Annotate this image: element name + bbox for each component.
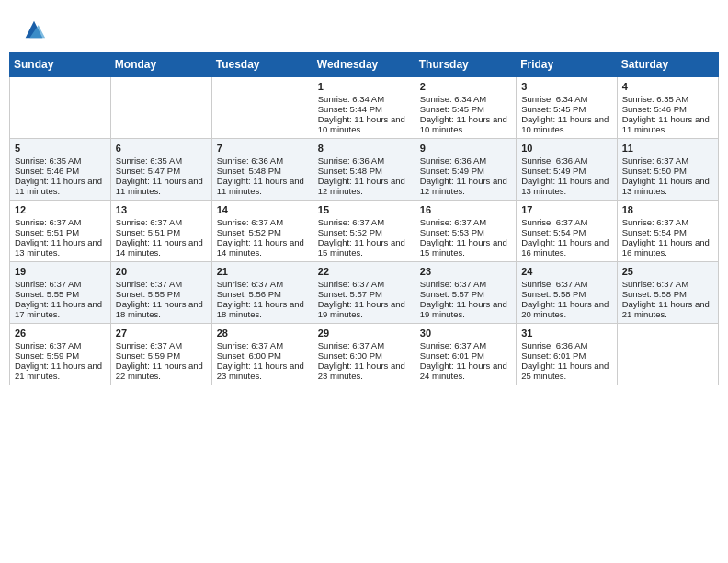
- day-cell: 20Sunrise: 6:37 AMSunset: 5:55 PMDayligh…: [110, 262, 211, 324]
- day-cell: 25Sunrise: 6:37 AMSunset: 5:58 PMDayligh…: [617, 262, 718, 324]
- sunrise-text: Sunrise: 6:36 AM: [217, 155, 283, 166]
- day-number: 29: [318, 327, 410, 339]
- daylight-text: Daylight: 11 hours and 21 minutes.: [15, 361, 102, 381]
- day-cell: 11Sunrise: 6:37 AMSunset: 5:50 PMDayligh…: [617, 139, 718, 201]
- day-cell: [110, 77, 211, 139]
- page-header: [9, 9, 719, 48]
- daylight-text: Daylight: 11 hours and 16 minutes.: [521, 237, 609, 258]
- weekday-header-thursday: Thursday: [415, 52, 516, 77]
- day-number: 1: [318, 81, 410, 92]
- day-number: 9: [420, 143, 511, 154]
- day-number: 14: [217, 204, 308, 215]
- daylight-text: Daylight: 11 hours and 10 minutes.: [521, 114, 609, 134]
- day-number: 26: [15, 327, 106, 339]
- day-cell: [617, 324, 718, 385]
- day-number: 15: [318, 204, 410, 215]
- daylight-text: Daylight: 11 hours and 21 minutes.: [622, 299, 710, 319]
- sunset-text: Sunset: 5:59 PM: [15, 350, 79, 361]
- day-number: 17: [521, 204, 612, 215]
- day-cell: 15Sunrise: 6:37 AMSunset: 5:52 PMDayligh…: [313, 201, 415, 262]
- weekday-header-sunday: Sunday: [10, 52, 111, 77]
- day-number: 19: [15, 266, 106, 277]
- sunrise-text: Sunrise: 6:37 AM: [318, 340, 384, 350]
- sunrise-text: Sunrise: 6:37 AM: [116, 217, 182, 227]
- sunrise-text: Sunrise: 6:37 AM: [420, 340, 486, 350]
- day-number: 23: [420, 266, 511, 277]
- day-number: 27: [116, 327, 207, 339]
- day-number: 21: [217, 266, 308, 277]
- sunset-text: Sunset: 6:01 PM: [521, 350, 586, 361]
- daylight-text: Daylight: 11 hours and 19 minutes.: [420, 299, 507, 319]
- sunrise-text: Sunrise: 6:37 AM: [622, 217, 688, 227]
- sunset-text: Sunset: 5:46 PM: [15, 166, 79, 176]
- day-number: 18: [622, 204, 713, 215]
- day-cell: 3Sunrise: 6:34 AMSunset: 5:45 PMDaylight…: [517, 77, 618, 139]
- sunset-text: Sunset: 5:51 PM: [15, 227, 79, 237]
- daylight-text: Daylight: 11 hours and 23 minutes.: [318, 361, 405, 381]
- day-number: 5: [15, 143, 106, 154]
- day-cell: 6Sunrise: 6:35 AMSunset: 5:47 PMDaylight…: [110, 139, 211, 201]
- sunrise-text: Sunrise: 6:37 AM: [420, 279, 486, 289]
- day-number: 12: [15, 204, 106, 215]
- sunrise-text: Sunrise: 6:37 AM: [15, 217, 81, 227]
- daylight-text: Daylight: 11 hours and 12 minutes.: [318, 176, 405, 196]
- day-number: 16: [420, 204, 511, 215]
- weekday-header-friday: Friday: [517, 52, 618, 77]
- daylight-text: Daylight: 11 hours and 13 minutes.: [15, 237, 102, 258]
- weekday-header-monday: Monday: [110, 52, 211, 77]
- day-number: 22: [318, 266, 410, 277]
- daylight-text: Daylight: 11 hours and 11 minutes.: [622, 114, 710, 134]
- day-number: 4: [622, 81, 713, 92]
- day-number: 8: [318, 143, 410, 154]
- sunset-text: Sunset: 5:57 PM: [318, 289, 382, 299]
- day-number: 24: [521, 266, 612, 277]
- sunrise-text: Sunrise: 6:37 AM: [622, 279, 688, 289]
- logo-icon: [21, 17, 47, 42]
- sunset-text: Sunset: 6:01 PM: [420, 350, 484, 361]
- sunset-text: Sunset: 6:00 PM: [318, 350, 382, 361]
- sunrise-text: Sunrise: 6:34 AM: [521, 94, 587, 104]
- sunrise-text: Sunrise: 6:37 AM: [217, 340, 283, 350]
- sunset-text: Sunset: 5:51 PM: [116, 227, 180, 237]
- sunrise-text: Sunrise: 6:37 AM: [15, 340, 81, 350]
- daylight-text: Daylight: 11 hours and 14 minutes.: [217, 237, 304, 258]
- sunrise-text: Sunrise: 6:37 AM: [318, 279, 384, 289]
- day-number: 25: [622, 266, 713, 277]
- daylight-text: Daylight: 11 hours and 15 minutes.: [318, 237, 405, 258]
- sunset-text: Sunset: 5:59 PM: [116, 350, 180, 361]
- day-number: 3: [521, 81, 612, 92]
- day-cell: 19Sunrise: 6:37 AMSunset: 5:55 PMDayligh…: [10, 262, 111, 324]
- sunset-text: Sunset: 5:46 PM: [622, 104, 687, 114]
- sunrise-text: Sunrise: 6:37 AM: [622, 155, 688, 166]
- daylight-text: Daylight: 11 hours and 18 minutes.: [116, 299, 203, 319]
- daylight-text: Daylight: 11 hours and 13 minutes.: [622, 176, 710, 196]
- day-cell: 18Sunrise: 6:37 AMSunset: 5:54 PMDayligh…: [617, 201, 718, 262]
- daylight-text: Daylight: 11 hours and 20 minutes.: [521, 299, 609, 319]
- week-row-5: 26Sunrise: 6:37 AMSunset: 5:59 PMDayligh…: [10, 324, 719, 385]
- day-cell: 17Sunrise: 6:37 AMSunset: 5:54 PMDayligh…: [517, 201, 618, 262]
- sunset-text: Sunset: 5:52 PM: [318, 227, 382, 237]
- week-row-2: 5Sunrise: 6:35 AMSunset: 5:46 PMDaylight…: [10, 139, 719, 201]
- sunset-text: Sunset: 5:58 PM: [622, 289, 687, 299]
- sunrise-text: Sunrise: 6:35 AM: [15, 155, 81, 166]
- sunset-text: Sunset: 5:55 PM: [15, 289, 79, 299]
- sunrise-text: Sunrise: 6:37 AM: [217, 279, 283, 289]
- day-cell: 8Sunrise: 6:36 AMSunset: 5:48 PMDaylight…: [313, 139, 415, 201]
- daylight-text: Daylight: 11 hours and 14 minutes.: [116, 237, 203, 258]
- sunset-text: Sunset: 5:54 PM: [622, 227, 687, 237]
- sunset-text: Sunset: 5:45 PM: [420, 104, 484, 114]
- day-cell: 14Sunrise: 6:37 AMSunset: 5:52 PMDayligh…: [211, 201, 313, 262]
- sunrise-text: Sunrise: 6:34 AM: [318, 94, 384, 104]
- day-cell: 7Sunrise: 6:36 AMSunset: 5:48 PMDaylight…: [211, 139, 313, 201]
- day-number: 11: [622, 143, 713, 154]
- daylight-text: Daylight: 11 hours and 10 minutes.: [420, 114, 507, 134]
- daylight-text: Daylight: 11 hours and 25 minutes.: [521, 361, 609, 381]
- day-cell: 22Sunrise: 6:37 AMSunset: 5:57 PMDayligh…: [313, 262, 415, 324]
- day-cell: 31Sunrise: 6:36 AMSunset: 6:01 PMDayligh…: [517, 324, 618, 385]
- sunset-text: Sunset: 5:49 PM: [420, 166, 484, 176]
- day-cell: 9Sunrise: 6:36 AMSunset: 5:49 PMDaylight…: [415, 139, 516, 201]
- sunrise-text: Sunrise: 6:36 AM: [318, 155, 384, 166]
- day-number: 7: [217, 143, 308, 154]
- sunset-text: Sunset: 6:00 PM: [217, 350, 281, 361]
- day-cell: 21Sunrise: 6:37 AMSunset: 5:56 PMDayligh…: [211, 262, 313, 324]
